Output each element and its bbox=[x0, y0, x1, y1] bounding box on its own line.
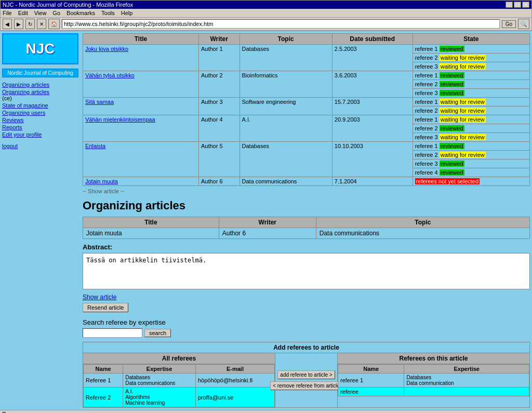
all-referees-col: All referees Name Expertise E-mail bbox=[83, 353, 275, 407]
ref-status: referee 3 waiting for review bbox=[413, 62, 529, 71]
search-referee-label: Search referee by expertise bbox=[83, 318, 530, 326]
status-badge: waiting for review bbox=[440, 116, 486, 123]
article-link-4[interactable]: Vähän mielenkiintoisempaa bbox=[85, 116, 155, 123]
referees-table-container: Add referees to article All referees Nam… bbox=[83, 342, 530, 408]
sidebar-item-organizing-articles[interactable]: Organizing articles bbox=[2, 82, 78, 88]
window-title: NJC - Nordic Journal of Computing - Mozi… bbox=[3, 2, 133, 8]
table-row: Vähän mielenkiintoisempaa Author 4 A.I. … bbox=[83, 115, 530, 124]
ref-status: referee 3 reviewed bbox=[413, 89, 529, 98]
status-text: Done bbox=[2, 411, 16, 413]
article-date-1: 2.5.2003 bbox=[332, 45, 413, 71]
article-topic-1: Databases bbox=[240, 45, 332, 71]
article-writer-3: Author 3 bbox=[198, 98, 240, 115]
abstract-section: Abstract: Tässä on artikkelin tiivistelm… bbox=[83, 243, 530, 289]
search-button[interactable]: search bbox=[144, 329, 171, 337]
article-link-6[interactable]: Jotain muuta bbox=[85, 178, 118, 184]
ref-status: referee 2 waiting for review bbox=[413, 106, 529, 115]
browser-window: NJC - Nordic Journal of Computing - Mozi… bbox=[0, 0, 532, 31]
org-col-writer: Writer bbox=[219, 217, 316, 228]
search-row: search bbox=[83, 328, 530, 338]
article-link-1[interactable]: Joku kiva otsikko bbox=[85, 46, 128, 52]
org-col-title: Title bbox=[83, 217, 219, 228]
sidebar-item-reports[interactable]: Reports bbox=[2, 124, 78, 130]
table-row: Sitä samaa Author 3 Software engineering… bbox=[83, 98, 530, 106]
search-input[interactable] bbox=[83, 328, 142, 338]
forward-button[interactable]: ▶ bbox=[14, 19, 23, 29]
referees-columns: All referees Name Expertise E-mail bbox=[83, 353, 529, 407]
article-topic-6: Data communications bbox=[240, 177, 332, 186]
home-button[interactable]: 🏠 bbox=[48, 19, 60, 29]
back-button[interactable]: ◀ bbox=[3, 19, 12, 29]
menu-tools[interactable]: Tools bbox=[101, 10, 115, 16]
article-link-2[interactable]: Vähän tylsä otsikko bbox=[85, 72, 135, 78]
sidebar-item-reviews[interactable]: Reviews bbox=[2, 117, 78, 123]
table-row: Jotain muuta Author 6 Data communication… bbox=[83, 177, 530, 186]
maximize-btn[interactable]: □ bbox=[514, 2, 521, 8]
stop-button[interactable]: ✕ bbox=[37, 19, 46, 29]
article-title-1: Joku kiva otsikko bbox=[83, 45, 199, 71]
resend-article-button[interactable]: Resend article bbox=[83, 303, 128, 312]
roa-name-2: referee bbox=[338, 388, 404, 396]
ref-status: referee 1 reviewed bbox=[413, 142, 529, 151]
menu-bookmarks[interactable]: Bookmarks bbox=[66, 10, 95, 16]
article-link-5[interactable]: Erilaista bbox=[85, 143, 105, 149]
menu-file[interactable]: File bbox=[3, 10, 12, 16]
close-btn[interactable]: × bbox=[522, 2, 529, 8]
status-badge: reviewed bbox=[440, 46, 464, 52]
all-referees-table: Name Expertise E-mail Referee 1 Database… bbox=[83, 364, 275, 407]
referee-row-1: Referee 1 DatabasesData communications h… bbox=[84, 374, 275, 388]
roa-name-1: referee 1 bbox=[338, 374, 404, 388]
referee-email-1: höpöhöpö@helsinki.fi bbox=[195, 374, 274, 388]
table-row: Vähän tylsä otsikko Author 2 Bioinformat… bbox=[83, 71, 530, 80]
org-col-topic: Topic bbox=[316, 217, 529, 228]
menu-view[interactable]: View bbox=[34, 10, 47, 16]
status-badge: waiting for review bbox=[440, 108, 486, 114]
article-topic-4: A.I. bbox=[240, 115, 332, 142]
status-bar: Done bbox=[0, 410, 532, 413]
reload-button[interactable]: ↻ bbox=[25, 19, 35, 29]
ref-status: referee 1 waiting for review bbox=[413, 115, 529, 124]
menu-edit[interactable]: Edit bbox=[18, 10, 28, 16]
article-topic-2: Bioinformatics bbox=[240, 71, 332, 98]
address-input[interactable] bbox=[62, 19, 500, 29]
article-date-3: 15.7.2003 bbox=[332, 98, 413, 115]
go-button[interactable]: Go bbox=[502, 20, 516, 28]
ref-status: referee 1 reviewed bbox=[413, 45, 529, 54]
logout-link[interactable]: logout bbox=[2, 143, 78, 149]
search-toolbar-button[interactable]: 🔍 bbox=[518, 19, 529, 29]
roa-expertise-2 bbox=[404, 388, 529, 396]
ce-label: (ce) bbox=[2, 95, 12, 101]
menu-go[interactable]: Go bbox=[52, 10, 60, 16]
article-date-4: 20.9.2003 bbox=[332, 115, 413, 142]
sidebar-item-organizing-users[interactable]: Organizing users bbox=[2, 110, 78, 116]
org-table: Title Writer Topic Jotain muuta Author 6… bbox=[83, 217, 530, 239]
status-badge: reviewed bbox=[440, 72, 464, 78]
remove-referee-button[interactable]: < remove referee from article bbox=[270, 381, 342, 390]
article-writer-6: Author 6 bbox=[198, 177, 240, 186]
ref-col-expertise: Expertise bbox=[123, 365, 196, 374]
article-title-5: Erilaista bbox=[83, 142, 199, 177]
minimize-btn[interactable]: _ bbox=[506, 2, 513, 8]
site-logo: NJC bbox=[2, 33, 78, 64]
ref-status: referee 1 waiting for review bbox=[413, 98, 529, 106]
sidebar-item-edit-profile[interactable]: Edit your profile bbox=[2, 131, 78, 138]
article-writer-1: Author 1 bbox=[198, 45, 240, 71]
article-writer-2: Author 2 bbox=[198, 71, 240, 98]
col-title: Title bbox=[83, 34, 199, 45]
show-article-link[interactable]: Show article bbox=[83, 294, 530, 301]
org-selected-row: Jotain muuta Author 6 Data communication… bbox=[83, 228, 530, 239]
article-topic-5: Databases bbox=[240, 142, 332, 177]
status-badge: reviewed bbox=[440, 125, 464, 131]
article-link-3[interactable]: Sitä samaa bbox=[85, 99, 114, 105]
search-section: Search referee by expertise search bbox=[83, 318, 530, 338]
add-referee-button[interactable]: add referee to article > bbox=[277, 370, 335, 379]
sidebar-item-state-of-magazine[interactable]: State of magazine bbox=[2, 102, 78, 109]
article-title-2: Vähän tylsä otsikko bbox=[83, 71, 199, 98]
referee-row-2: Referee 2 A.I.AlgorithmsMachine learning… bbox=[84, 388, 275, 407]
col-date: Date submitted bbox=[332, 34, 413, 45]
address-bar: Go bbox=[62, 19, 516, 29]
article-date-5: 10.10.2003 bbox=[332, 142, 413, 177]
sidebar-item-organizing-articles-ce[interactable]: Organizing articles bbox=[2, 89, 78, 95]
menu-help[interactable]: Help bbox=[121, 10, 133, 16]
roa-col-name: Name bbox=[338, 365, 404, 374]
